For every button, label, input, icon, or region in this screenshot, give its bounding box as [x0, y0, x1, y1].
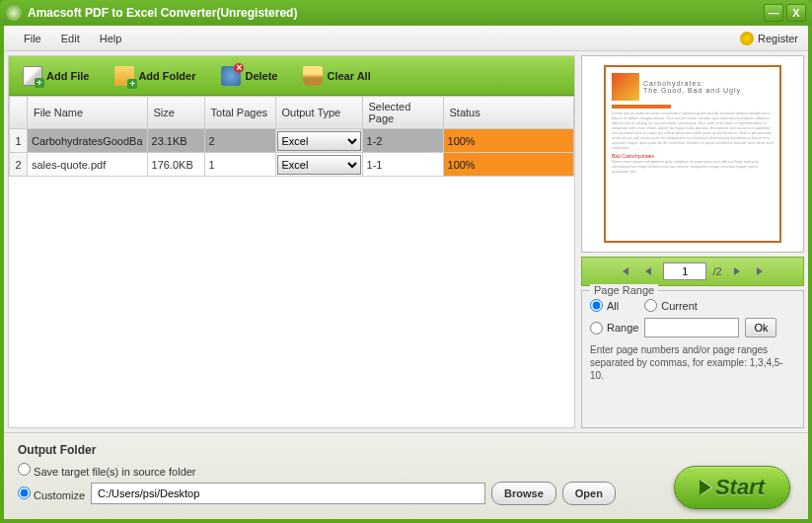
- app-logo: [6, 5, 22, 21]
- range-all-radio[interactable]: [590, 299, 603, 312]
- delete-button[interactable]: Delete: [215, 62, 283, 90]
- add-folder-label: Add Folder: [138, 70, 195, 82]
- clear-all-label: Clear All: [327, 70, 370, 82]
- col-totalpages[interactable]: Total Pages: [204, 97, 275, 129]
- cell-selectedpage: 1-1: [362, 153, 443, 177]
- cell-filename: CarbohydratesGoodBa: [28, 129, 148, 153]
- range-current-radio[interactable]: [644, 299, 657, 312]
- menu-edit[interactable]: Edit: [51, 29, 90, 48]
- start-arrow-icon: [700, 480, 711, 495]
- cell-outputtype: Excel: [275, 153, 362, 177]
- add-file-icon: [23, 66, 42, 86]
- range-range-label[interactable]: Range: [590, 322, 638, 335]
- customize-label[interactable]: Customize: [18, 486, 85, 501]
- cell-totalpages: 2: [204, 129, 275, 153]
- cell-status: 100%: [443, 153, 573, 177]
- add-folder-button[interactable]: Add Folder: [109, 62, 201, 90]
- pager-next-button[interactable]: [728, 262, 746, 280]
- cell-selectedpage: 1-2: [362, 129, 443, 153]
- range-ok-button[interactable]: Ok: [745, 318, 776, 337]
- toolbar: Add File Add Folder Delete Clear All: [9, 56, 574, 96]
- add-file-label: Add File: [46, 70, 89, 82]
- register-button[interactable]: Register: [740, 32, 798, 45]
- col-selectedpage[interactable]: Selected Page: [362, 97, 443, 129]
- row-index: 1: [10, 129, 28, 153]
- browse-button[interactable]: Browse: [491, 482, 556, 505]
- start-label: Start: [715, 475, 765, 500]
- start-button[interactable]: Start: [674, 466, 790, 509]
- range-range-radio[interactable]: [590, 322, 603, 335]
- cell-size: 176.0KB: [147, 153, 204, 177]
- pager-first-button[interactable]: [616, 262, 633, 280]
- customize-radio[interactable]: [18, 486, 31, 499]
- cell-status: 100%: [443, 129, 573, 153]
- delete-icon: [221, 66, 241, 86]
- window-title: Amacsoft PDF to Excel Converter(Unregist…: [28, 6, 761, 20]
- output-folder-title: Output Folder: [18, 443, 794, 457]
- preview-pane: Carbohydrates: The Good, Bad and Ugly Lo…: [581, 55, 804, 253]
- col-filename[interactable]: File Name: [28, 97, 148, 129]
- table-row[interactable]: 1 CarbohydratesGoodBa 23.1KB 2 Excel 1-2: [10, 129, 574, 153]
- preview-thumbnail-icon: [612, 73, 639, 101]
- open-button[interactable]: Open: [562, 482, 616, 505]
- titlebar: Amacsoft PDF to Excel Converter(Unregist…: [0, 0, 812, 26]
- page-range-legend: Page Range: [590, 284, 658, 296]
- add-folder-icon: [114, 66, 134, 86]
- col-size[interactable]: Size: [147, 97, 204, 129]
- row-index: 2: [10, 153, 28, 177]
- pager-current-input[interactable]: [663, 262, 706, 280]
- output-folder-panel: Output Folder Save target file(s) in sou…: [4, 432, 808, 519]
- save-source-label[interactable]: Save target file(s) in source folder: [18, 463, 196, 478]
- cell-size: 23.1KB: [147, 129, 204, 153]
- range-input[interactable]: [644, 318, 739, 337]
- file-table: File Name Size Total Pages Output Type S…: [9, 96, 574, 177]
- preview-title2: The Good, Bad and Ugly: [643, 87, 741, 94]
- preview-page: Carbohydrates: The Good, Bad and Ugly Lo…: [604, 65, 781, 243]
- col-rownum: [10, 97, 28, 129]
- register-label: Register: [758, 33, 798, 44]
- range-help-text: Enter page numbers and/or page ranges se…: [590, 343, 795, 382]
- col-status[interactable]: Status: [443, 97, 573, 129]
- col-outputtype[interactable]: Output Type: [275, 97, 362, 129]
- output-type-select[interactable]: Excel: [277, 155, 361, 175]
- cell-totalpages: 1: [204, 153, 275, 177]
- pager: /2: [581, 257, 804, 286]
- save-source-radio[interactable]: [18, 463, 31, 476]
- table-row[interactable]: 2 sales-quote.pdf 176.0KB 1 Excel 1-1: [10, 153, 574, 177]
- preview-title1: Carbohydrates:: [643, 80, 741, 87]
- range-all-label[interactable]: All: [590, 299, 619, 312]
- pager-prev-button[interactable]: [639, 262, 657, 280]
- output-path-input[interactable]: [91, 483, 485, 504]
- delete-label: Delete: [245, 70, 277, 82]
- key-icon: [740, 32, 754, 45]
- clear-all-button[interactable]: Clear All: [297, 62, 376, 90]
- cell-filename: sales-quote.pdf: [28, 153, 148, 177]
- menu-help[interactable]: Help: [90, 29, 132, 48]
- cell-outputtype: Excel: [275, 129, 362, 153]
- clear-all-icon: [303, 66, 323, 86]
- range-current-label[interactable]: Current: [644, 299, 698, 312]
- close-button[interactable]: X: [786, 4, 806, 22]
- add-file-button[interactable]: Add File: [17, 62, 95, 90]
- pager-total: /2: [712, 265, 721, 277]
- menubar: File Edit Help Register: [4, 26, 808, 51]
- minimize-button[interactable]: —: [764, 4, 783, 22]
- output-type-select[interactable]: Excel: [277, 131, 361, 151]
- menu-file[interactable]: File: [14, 29, 51, 48]
- page-range-group: Page Range All Current Range Ok Enter pa…: [581, 290, 804, 428]
- pager-last-button[interactable]: [752, 262, 770, 280]
